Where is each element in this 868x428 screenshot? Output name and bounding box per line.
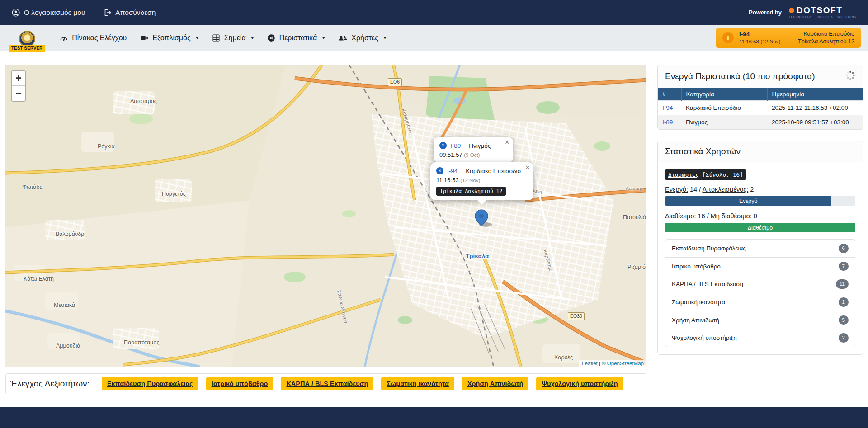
skill-check-button-fire[interactable]: Εκπαίδευση Πυρασφάλειας — [102, 377, 198, 390]
incidents-table: # Κατηγορία Ημερομηνία I-94 Καρδιακό Επε… — [658, 88, 863, 129]
skill-count-badge: 7 — [839, 262, 849, 271]
list-item: Ιατρικό υπόβαθρο 7 — [665, 257, 855, 275]
active-incident-notification[interactable]: + I-94 11:16:53 (12 Nov) Καρδιακό Επεισό… — [716, 28, 861, 48]
panel-title: Στατιστικά Χρηστών — [665, 146, 741, 156]
active-progress-track: Ενεργό — [665, 196, 855, 206]
table-row: I-89 Πνιγμός 2025-10-09 09:51:57 +03:00 — [658, 115, 863, 130]
list-item: Εκπαίδευση Πυρασφάλειας 6 — [665, 240, 855, 257]
list-item: Σωματική ικανότητα 1 — [665, 293, 855, 311]
brand-name: DOTSOFT — [797, 6, 842, 14]
notification-incident-id: I-94 — [739, 31, 780, 38]
loading-spinner-icon — [845, 71, 855, 82]
skill-label: Εκπαίδευση Πυρασφάλειας — [672, 245, 746, 252]
popup-incident-id[interactable]: I-89 — [450, 142, 461, 149]
skill-count-badge: 5 — [839, 315, 849, 325]
logout-button[interactable]: Αποσύνδεση — [103, 9, 156, 17]
popup-incident-date: (9 Oct) — [464, 152, 480, 158]
list-item: Ψυχολογική υποστήριξη 2 — [665, 329, 855, 347]
skill-check-button-psychological[interactable]: Ψυχολογική υποστήριξη — [536, 377, 623, 390]
unavailable-users-value: 0 — [754, 212, 757, 220]
zoom-in-button[interactable]: + — [12, 71, 25, 86]
rescuers-link[interactable]: Διασώστες — [668, 171, 699, 178]
close-icon[interactable]: × — [505, 138, 509, 146]
popup-incident-category: Καρδιακό Επεισόδιο — [466, 168, 521, 174]
panel-title: Ενεργά Περιστατικά (10 πιο πρόσφατα) — [665, 71, 815, 81]
users-icon — [338, 34, 347, 42]
skill-label: Σωματική ικανότητα — [672, 299, 725, 306]
map-attribution: Leaflet | © OpenStreetMap — [579, 360, 646, 367]
navbar-brand[interactable]: TEST SERVER — [9, 31, 45, 52]
skills-count-list: Εκπαίδευση Πυρασφάλειας 6 Ιατρικό υπόβαθ… — [665, 239, 855, 347]
incident-date-cell: 2025-10-09 09:51:57 +03:00 — [767, 115, 863, 130]
person-circle-icon — [12, 9, 20, 17]
separator: / — [699, 186, 701, 193]
column-header: # — [658, 88, 681, 101]
active-progress-bar: Ενεργό — [665, 196, 831, 206]
list-item: Χρήση Απινιδωτή 5 — [665, 311, 855, 329]
active-users-link[interactable]: Ενεργό: — [665, 186, 688, 193]
nav-label: Χρήστες — [351, 34, 378, 42]
nav-label: Πίνακας Ελέγχου — [72, 34, 127, 42]
nav-label: Σημεία — [224, 34, 246, 42]
skills-check-title: Έλεγχος Δεξιοτήτων: — [10, 379, 90, 389]
unavailable-users-link[interactable]: Μη διαθέσιμο: — [711, 212, 752, 220]
incident-circle-icon: ✕ — [439, 142, 447, 149]
incident-id-link[interactable]: I-94 — [662, 104, 673, 111]
leaflet-map[interactable]: + − Διπόταμος Ρόγκια Φωτάδα Βαλομάνδρι Κ… — [5, 65, 646, 367]
available-users-value: 16 — [698, 212, 705, 220]
notification-category: Καρδιακό Επεισόδιο — [803, 30, 854, 38]
popup-incident-time: 11:16:53 — [436, 177, 459, 183]
skill-label: Ιατρικό υπόβαθρο — [672, 263, 721, 270]
map-canvas — [5, 65, 646, 367]
footer-bar — [0, 407, 868, 428]
nav-item-equipment[interactable]: Εξοπλισμός ▾ — [140, 34, 198, 42]
leaflet-link[interactable]: Leaflet — [582, 361, 598, 366]
popup-incident-category: Πνιγμός — [469, 142, 491, 149]
rescuers-group-badge: Διασώστες [Σύνολο: 16] — [665, 169, 746, 180]
available-progress-track: Διαθέσιμο — [665, 223, 855, 232]
nav-item-incidents[interactable]: Περιστατικά ▾ — [267, 34, 325, 42]
nav-item-users[interactable]: Χρήστες ▾ — [338, 34, 386, 42]
active-incidents-panel: Ενεργά Περιστατικά (10 πιο πρόσφατα) # Κ… — [657, 65, 863, 130]
osm-link[interactable]: © OpenStreetMap — [602, 361, 644, 366]
skill-check-button-defibrillator[interactable]: Χρήση Απινιδωτή — [462, 377, 528, 390]
skill-check-button-fitness[interactable]: Σωματική ικανότητα — [381, 377, 454, 390]
popup-incident-date: (12 Nov) — [460, 178, 480, 183]
brand-tagline: TECHNOLOGY · PROJECTS · SOLUTIONS — [789, 16, 856, 19]
notification-address: Τρίκαλα Ασκληπιού 12 — [798, 38, 854, 45]
grid-icon — [212, 34, 220, 42]
incident-id-link[interactable]: I-89 — [662, 119, 673, 126]
separator: / — [707, 212, 709, 220]
incident-date-cell: 2025-11-12 11:16:53 +02:00 — [767, 101, 863, 115]
close-icon[interactable]: × — [525, 164, 530, 171]
skills-check-bar: Έλεγχος Δεξιοτήτων: Εκπαίδευση Πυρασφάλε… — [5, 373, 646, 394]
zoom-control: + − — [11, 70, 26, 102]
skill-check-button-cpr[interactable]: ΚΑΡΠΑ / BLS Εκπαίδευση — [281, 377, 373, 390]
nav-item-dashboard[interactable]: Πίνακας Ελέγχου — [60, 34, 127, 42]
chevron-down-icon: ▾ — [384, 35, 386, 40]
user-stats-panel: Στατιστικά Χρηστών Διασώστες [Σύνολο: 16… — [657, 141, 863, 355]
notification-time: 11:16:53 — [739, 39, 759, 44]
available-progress-bar: Διαθέσιμο — [665, 223, 855, 232]
popup-incident-id[interactable]: I-94 — [447, 168, 458, 174]
incident-popup-i89: × ✕ I-89 Πνιγμός 09:51:57 (9 Oct) — [434, 137, 513, 163]
blocked-users-link[interactable]: Αποκλεισμένος: — [702, 186, 748, 193]
brand-dot-icon — [789, 8, 794, 13]
rescuers-total: [Σύνολο: 16] — [702, 171, 743, 178]
dotsoft-logo: DOTSOFT TECHNOLOGY · PROJECTS · SOLUTION… — [789, 6, 856, 19]
nav-item-points[interactable]: Σημεία ▾ — [212, 34, 254, 42]
logout-icon — [103, 9, 111, 17]
skill-label: ΚΑΡΠΑ / BLS Εκπαίδευση — [672, 281, 743, 287]
incident-category-cell: Καρδιακό Επεισόδιο — [681, 101, 767, 115]
logout-label: Αποσύνδεση — [115, 9, 156, 17]
nav-label: Περιστατικά — [279, 34, 317, 42]
account-menu[interactable]: Ο λογαριασμός μου — [12, 9, 85, 17]
available-users-link[interactable]: Διαθέσιμο: — [665, 212, 696, 220]
zoom-out-button[interactable]: − — [12, 86, 25, 101]
powered-by-label: Powered by — [749, 9, 782, 16]
skill-check-button-medical[interactable]: Ιατρικό υπόβαθρο — [206, 377, 274, 390]
popup-incident-time: 09:51:57 — [439, 151, 462, 158]
server-badge: TEST SERVER — [9, 45, 45, 52]
skill-count-badge: 2 — [839, 333, 849, 343]
list-item: ΚΑΡΠΑ / BLS Εκπαίδευση 11 — [665, 275, 855, 293]
